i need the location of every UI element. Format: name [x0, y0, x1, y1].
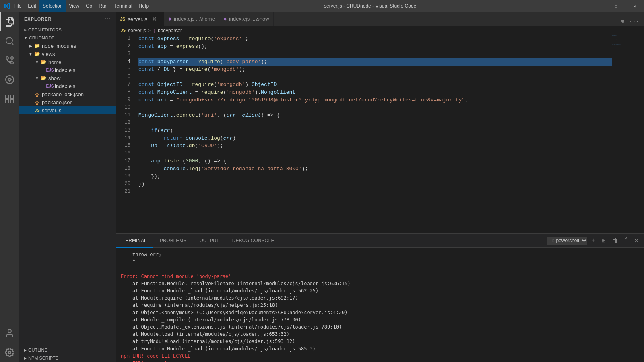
server-js-arrow [27, 108, 34, 113]
tab-index-ejs-home[interactable]: ◆ index.ejs ...\home [164, 12, 219, 26]
ln-20: 20 [116, 180, 130, 188]
menu-file[interactable]: File [10, 0, 25, 12]
menu-go[interactable]: Go [83, 0, 95, 12]
tree-server-js[interactable]: JS server.js [19, 106, 116, 114]
term-stack-3: at Module.require (internal/modules/cjs/… [121, 294, 639, 302]
delete-terminal-button[interactable]: 🗑 [609, 236, 621, 245]
sidebar-footer: ▶ OUTLINE ▶ NPM SCRIPTS [19, 346, 116, 362]
tree-home[interactable]: ▼ 📂 home [19, 58, 116, 66]
terminal-container: TERMINAL PROBLEMS OUTPUT DEBUG CONSOLE 1… [116, 233, 644, 362]
tree-node-modules[interactable]: ▶ 📁 node_modules [19, 42, 116, 50]
npm-label: NPM SCRIPTS [28, 356, 58, 360]
code-line-4: const bodyparser = require('body-parse')… [138, 58, 612, 66]
activity-extensions[interactable] [0, 89, 19, 109]
activity-settings[interactable] [0, 343, 19, 362]
ln-17: 17 [116, 157, 130, 165]
code-line-2: const app = express(); [138, 43, 612, 50]
npm-section[interactable]: ▶ NPM SCRIPTS [19, 354, 116, 362]
menu-run[interactable]: Run [95, 0, 111, 12]
activity-git[interactable] [0, 51, 19, 70]
code-line-12 [138, 119, 612, 127]
term-tab-terminal[interactable]: TERMINAL [116, 234, 153, 248]
crudnode-section[interactable]: ▼ CRUDNODE [19, 34, 116, 42]
more-actions-button[interactable]: ··· [627, 18, 641, 26]
menu-terminal[interactable]: Terminal [111, 0, 135, 12]
open-editors-section[interactable]: ▶ OPEN EDITORS [19, 26, 116, 34]
activity-explorer[interactable] [0, 12, 19, 31]
term-tab-output[interactable]: OUTPUT [193, 234, 225, 248]
tab-server-js[interactable]: JS server.js ✕ [116, 12, 164, 26]
term-error-msg: Error: Cannot find module 'body-parse' [121, 273, 639, 280]
maximize-button[interactable]: ☐ [607, 0, 625, 12]
editor-area: JS server.js ✕ ◆ index.ejs ...\home ◆ in… [116, 12, 644, 362]
svg-rect-5 [10, 95, 14, 98]
tree-package-lock[interactable]: {} package-lock.json [19, 90, 116, 98]
activity-account[interactable] [0, 323, 19, 343]
tab-server-js-close[interactable]: ✕ [151, 16, 158, 22]
home-ejs-label: index.ejs [55, 67, 75, 73]
server-js-icon: JS [34, 107, 40, 113]
add-terminal-button[interactable]: + [589, 236, 598, 245]
svg-rect-6 [6, 100, 9, 103]
tab-server-js-label: server.js [128, 16, 147, 22]
node-modules-arrow: ▶ [27, 44, 34, 48]
activity-debug[interactable] [0, 70, 19, 89]
term-caret: ^ [121, 258, 639, 265]
close-terminal-button[interactable]: ✕ [632, 236, 641, 245]
maximize-terminal-button[interactable]: ˄ [622, 236, 630, 245]
shell-selector[interactable]: 1: powershell [547, 237, 587, 245]
pkg-label: package.json [42, 99, 73, 105]
term-throw: throw err; [121, 251, 639, 258]
breadcrumb-file[interactable]: server.js [128, 28, 146, 33]
sidebar-more-button[interactable]: ··· [105, 15, 111, 23]
code-editor[interactable]: const express = require('express'); cons… [135, 35, 612, 233]
term-tab-debug[interactable]: DEBUG CONSOLE [226, 234, 281, 248]
tree-show-index-ejs[interactable]: EJS index.ejs [19, 82, 116, 90]
term-tab-problems[interactable]: PROBLEMS [153, 234, 193, 248]
show-ejs-label: index.ejs [55, 83, 75, 89]
menu-edit[interactable]: Edit [25, 0, 39, 12]
tree-package[interactable]: {} package.json [19, 98, 116, 106]
terminal-content[interactable]: throw err; ^ Error: Cannot find module '… [116, 248, 644, 362]
code-container: 1 2 3 4 5 6 7 8 9 10 11 12 13 14 15 16 1 [116, 35, 644, 233]
tree-home-index-ejs[interactable]: EJS index.ejs [19, 66, 116, 74]
minimize-button[interactable]: ─ [588, 0, 607, 12]
tree-views[interactable]: ▼ 📂 views [19, 50, 116, 58]
split-terminal-button[interactable]: ⊞ [599, 236, 608, 245]
svg-point-2 [6, 57, 8, 59]
menu-help[interactable]: Help [136, 0, 152, 12]
split-editor-button[interactable]: ⊞ [619, 17, 625, 26]
tab-js-icon: JS [120, 16, 125, 21]
activity-search[interactable] [0, 31, 19, 51]
term-npm-err-2: npm ERR! errno 1 [121, 360, 639, 362]
menu-view[interactable]: View [66, 0, 83, 12]
tab-index-ejs-show[interactable]: ◆ index.ejs ...\show [219, 12, 274, 26]
outline-section[interactable]: ▶ OUTLINE [19, 346, 116, 354]
outline-arrow: ▶ [24, 348, 27, 352]
editor-and-terminal: 1 2 3 4 5 6 7 8 9 10 11 12 13 14 15 16 1 [116, 35, 644, 362]
code-line-9: const uri = "mongodb+srv://rodrigo:10051… [138, 96, 612, 104]
tab-end-buttons: ⊞ ··· [619, 17, 644, 26]
code-line-13: if(err) [138, 127, 612, 134]
window-title: server.js - CRUDnode - Visual Studio Cod… [152, 3, 588, 9]
ejs-icon: EJS [47, 67, 53, 73]
breadcrumb-symbol[interactable]: bodyparser [158, 28, 182, 33]
terminal-tabs: TERMINAL PROBLEMS OUTPUT DEBUG CONSOLE [116, 234, 281, 248]
ln-16: 16 [116, 150, 130, 157]
views-label: views [42, 51, 55, 57]
home-arrow: ▼ [34, 60, 40, 64]
svg-point-8 [8, 329, 11, 333]
activity-bar [0, 12, 19, 362]
titlebar: File Edit Selection View Go Run Terminal… [0, 0, 644, 12]
menu-selection[interactable]: Selection [39, 0, 66, 12]
code-line-3 [138, 50, 612, 58]
sidebar-header: EXPLORER ··· [19, 12, 116, 26]
breadcrumb-symbol-icon: {} [152, 28, 155, 33]
ln-6: 6 [116, 73, 130, 81]
close-button[interactable]: ✕ [625, 0, 644, 12]
line-numbers: 1 2 3 4 5 6 7 8 9 10 11 12 13 14 15 16 1 [116, 35, 135, 233]
views-folder-icon: 📂 [34, 51, 40, 57]
ln-11: 11 [116, 111, 130, 119]
code-line-5: const { Db } = require('mongodb'); [138, 66, 612, 73]
tree-show[interactable]: ▼ 📂 show [19, 74, 116, 82]
